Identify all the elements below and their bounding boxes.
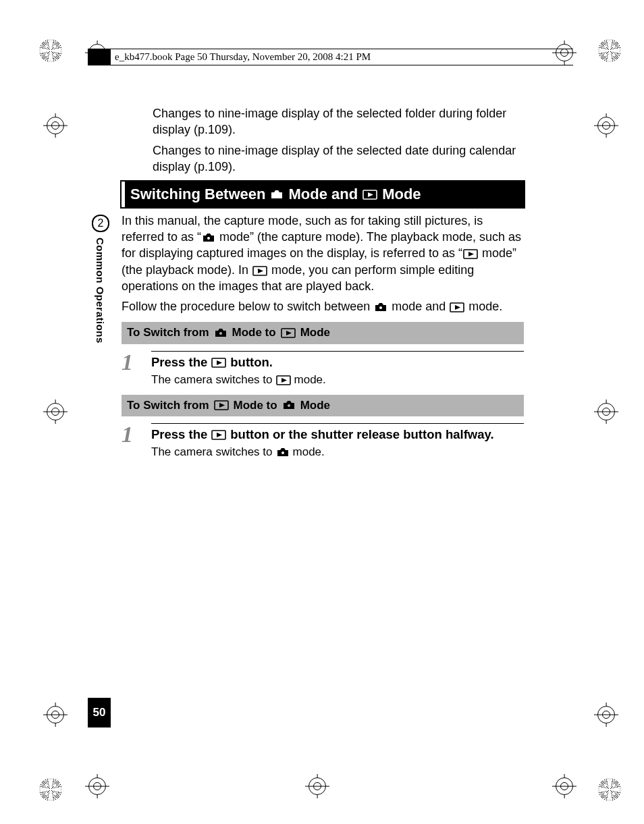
- running-head: e_kb477.book Page 50 Thursday, November …: [115, 51, 371, 63]
- camera-icon: [282, 400, 296, 410]
- intro-paragraph: Changes to nine-image display of the sel…: [153, 142, 524, 175]
- crosshair-icon: [85, 774, 109, 798]
- header-rule: [88, 65, 573, 65]
- crosshair-icon: [305, 774, 329, 798]
- heading-text: Switching Between: [130, 184, 265, 204]
- registration-mark-icon: [39, 778, 62, 801]
- registration-mark-icon: [598, 778, 621, 801]
- step: 1 Press the button. The camera switches …: [122, 351, 524, 388]
- intro-paragraph: Changes to nine-image display of the sel…: [153, 105, 524, 138]
- section-heading: Switching Between Mode and Mode: [122, 182, 524, 207]
- playback-icon: [463, 249, 478, 259]
- sub-heading: To Switch from Mode to Mode: [122, 395, 524, 417]
- playback-icon: [214, 400, 229, 410]
- chapter-number-badge: 2: [92, 215, 109, 232]
- registration-mark-icon: [39, 39, 62, 62]
- camera-icon: [276, 447, 290, 458]
- svg-rect-14: [281, 451, 284, 454]
- header-rule: [88, 49, 573, 49]
- svg-rect-2: [207, 237, 210, 240]
- camera-icon: [214, 328, 227, 338]
- playback-icon: [450, 302, 464, 312]
- playback-icon: [211, 358, 226, 368]
- crosshair-icon: [43, 113, 68, 138]
- step-number: 1: [122, 351, 151, 374]
- crosshair-icon: [594, 400, 618, 424]
- heading-text: Mode and: [288, 184, 358, 204]
- body-paragraph: In this manual, the capture mode, such a…: [122, 213, 524, 294]
- heading-text: Mode: [382, 184, 421, 204]
- registration-mark-icon: [598, 39, 621, 62]
- playback-icon: [363, 190, 377, 200]
- page-content: Changes to nine-image display of the sel…: [122, 105, 524, 462]
- step-title: Press the button.: [151, 351, 524, 371]
- svg-rect-12: [288, 404, 290, 407]
- step: 1 Press the button or the shutter releas…: [122, 423, 524, 460]
- section-side-label: Common Operations: [95, 238, 106, 344]
- crosshair-icon: [594, 113, 618, 138]
- camera-icon: [202, 233, 215, 243]
- sub-heading: To Switch from Mode to Mode: [122, 322, 524, 344]
- header-tab: [88, 49, 111, 65]
- crosshair-icon: [43, 703, 68, 727]
- crosshair-icon: [594, 703, 618, 727]
- crosshair-icon: [552, 40, 576, 65]
- step-title: Press the button or the shutter release …: [151, 423, 524, 443]
- step-text: The camera switches to mode.: [151, 373, 524, 388]
- svg-rect-5: [379, 306, 382, 309]
- crosshair-icon: [552, 774, 576, 798]
- svg-rect-7: [219, 332, 222, 335]
- body-paragraph: Follow the procedure below to switch bet…: [122, 298, 524, 314]
- step-number: 1: [122, 423, 151, 446]
- step-text: The camera switches to mode.: [151, 445, 524, 460]
- playback-icon: [281, 328, 296, 338]
- svg-rect-0: [275, 194, 278, 196]
- page-number: 50: [88, 698, 111, 727]
- crosshair-icon: [43, 400, 68, 424]
- playback-icon: [276, 375, 291, 385]
- playback-icon: [252, 266, 267, 276]
- playback-icon: [211, 430, 226, 440]
- camera-icon: [270, 190, 284, 200]
- camera-icon: [374, 302, 387, 312]
